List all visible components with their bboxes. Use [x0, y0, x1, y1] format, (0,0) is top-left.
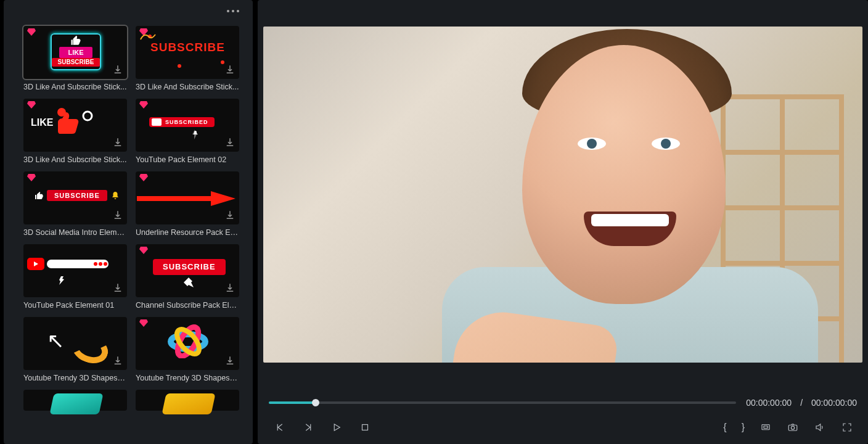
library-item-label: Youtube Trendy 3D Shapes P...: [136, 374, 239, 385]
svg-marker-0: [27, 28, 36, 36]
library-item[interactable]: SUBSCRIBE 3D Like And Subscribe Stick...: [136, 26, 239, 94]
mark-in-button[interactable]: {: [723, 422, 726, 433]
library-item-label: 3D Like And Subscribe Stick...: [23, 83, 127, 94]
download-icon[interactable]: [112, 282, 123, 294]
library-item-label: Underline Resource Pack Ele...: [136, 228, 239, 239]
download-icon[interactable]: [224, 210, 235, 221]
premium-icon: [27, 28, 36, 36]
svg-marker-6: [139, 101, 148, 109]
library-grid[interactable]: LIKESUBSCRIBE 3D Like And Subscribe Stic…: [4, 22, 253, 444]
svg-rect-15: [762, 425, 769, 430]
svg-marker-7: [27, 174, 36, 181]
premium-icon: [139, 319, 148, 327]
cursor-icon: ↖: [47, 328, 64, 353]
download-icon[interactable]: [224, 355, 235, 366]
library-item[interactable]: [23, 390, 127, 411]
library-header: [4, 0, 253, 22]
volume-button[interactable]: [814, 421, 826, 434]
current-time: 00:00:00:00: [746, 398, 792, 408]
library-item[interactable]: Underline Resource Pack Ele...: [136, 171, 239, 239]
svg-point-18: [791, 426, 794, 429]
crop-button[interactable]: [760, 421, 772, 434]
total-time: 00:00:00:00: [811, 398, 857, 408]
play-button[interactable]: [330, 421, 343, 434]
download-icon[interactable]: [112, 210, 123, 221]
prev-frame-button[interactable]: [274, 421, 286, 434]
download-icon[interactable]: [112, 64, 123, 75]
library-item[interactable]: SUBSCRIBED YouTube Pack Element 02: [136, 99, 239, 166]
stop-button[interactable]: [359, 421, 371, 434]
library-item-label: YouTube Pack Element 02: [136, 155, 239, 166]
next-frame-button[interactable]: [302, 421, 314, 434]
library-item-label: 3D Like And Subscribe Stick...: [23, 155, 127, 166]
library-item-label: 3D Like And Subscribe Stick...: [136, 83, 239, 94]
seek-knob[interactable]: [312, 399, 319, 406]
premium-icon: [139, 247, 148, 254]
download-icon[interactable]: [112, 355, 123, 366]
svg-marker-2: [27, 101, 36, 109]
library-item[interactable]: SUBSCRIBE 3D Social Media Intro Eleme...: [23, 171, 127, 239]
library-item-label: Youtube Trendy 3D Shapes P...: [23, 374, 127, 385]
library-item[interactable]: LIKE 3D Like And Subscribe Stick...: [23, 99, 127, 166]
fullscreen-button[interactable]: [841, 421, 853, 434]
premium-icon: [27, 101, 36, 109]
download-icon[interactable]: [112, 137, 123, 148]
svg-point-4: [83, 112, 92, 120]
time-separator: /: [800, 398, 803, 408]
library-item-label: Channel Subscribe Pack Ele...: [136, 301, 239, 312]
mark-out-button[interactable]: }: [742, 422, 745, 433]
svg-marker-9: [139, 247, 148, 254]
library-item-label: 3D Social Media Intro Eleme...: [23, 228, 127, 239]
library-item[interactable]: LIKESUBSCRIBE 3D Like And Subscribe Stic…: [23, 26, 127, 94]
video-preview[interactable]: [263, 27, 862, 363]
seek-fill: [269, 401, 316, 404]
download-icon[interactable]: [224, 64, 235, 75]
library-item[interactable]: [136, 390, 239, 411]
premium-icon: [139, 174, 148, 181]
library-item[interactable]: Youtube Trendy 3D Shapes P...: [136, 317, 239, 385]
download-icon[interactable]: [224, 137, 235, 148]
library-panel: LIKESUBSCRIBE 3D Like And Subscribe Stic…: [4, 0, 253, 444]
download-icon[interactable]: [224, 282, 235, 294]
library-item[interactable]: ↖ Youtube Trendy 3D Shapes P...: [23, 317, 127, 385]
library-item[interactable]: SUBSCRIBE Channel Subscribe Pack Ele...: [136, 244, 239, 312]
svg-rect-14: [362, 425, 368, 430]
premium-icon: [139, 101, 148, 109]
preview-panel: 00:00:00:00 / 00:00:00:00 { }: [258, 0, 868, 444]
library-item-label: YouTube Pack Element 01: [23, 301, 127, 312]
more-options-button[interactable]: [227, 10, 239, 12]
svg-marker-10: [139, 319, 148, 327]
seek-slider[interactable]: [269, 401, 736, 404]
premium-icon: [27, 174, 36, 181]
svg-marker-8: [139, 174, 148, 181]
snapshot-button[interactable]: [787, 421, 799, 434]
svg-rect-16: [764, 426, 768, 429]
library-item[interactable]: YouTube Pack Element 01: [23, 244, 127, 312]
